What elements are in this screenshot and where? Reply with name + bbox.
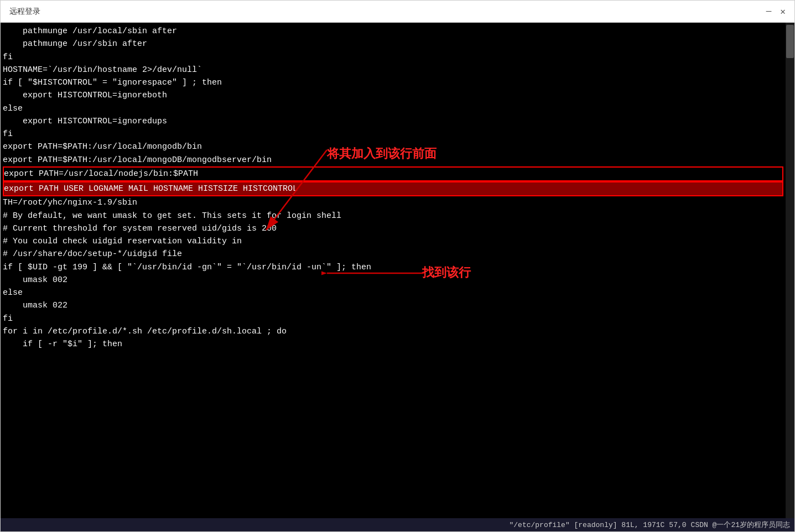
terminal-line: else <box>3 102 783 115</box>
main-window: 远程登录 — ✕ pathmunge /usr/local/sbin after… <box>0 0 795 532</box>
status-bar: "/etc/profile" [readonly] 81L, 1971C 57,… <box>1 518 794 531</box>
terminal-line: pathmunge /usr/local/sbin after <box>3 25 783 38</box>
terminal-line: umask 022 <box>3 299 783 312</box>
terminal-line: HOSTNAME=`/usr/bin/hostname 2>/dev/null` <box>3 64 783 76</box>
terminal-line: # Current threshold for system reserved … <box>3 222 783 235</box>
site-info: CSDN @一个21岁的程序员同志 <box>691 520 790 530</box>
terminal-container: pathmunge /usr/local/sbin after pathmung… <box>1 23 794 518</box>
window-controls: — ✕ <box>766 6 786 17</box>
terminal-line: umask 002 <box>3 274 783 286</box>
terminal-line: if [ "$HISTCONTROL" = "ignorespace" ] ; … <box>3 76 783 89</box>
terminal-line: export PATH=/usr/local/nodejs/bin:$PATH <box>3 166 783 181</box>
file-path: "/etc/profile" [readonly] 81L, 1971C <box>510 521 665 529</box>
minimize-button[interactable]: — <box>766 6 772 17</box>
terminal-line: export HISTCONTROL=ignoreboth <box>3 89 783 102</box>
terminal-line: # /usr/share/doc/setup-*/uidgid file <box>3 248 783 260</box>
terminal-line: if [ -r "$i" ]; then <box>3 338 783 351</box>
cursor-position: 57,0 <box>669 521 686 529</box>
terminal-line: # You could check uidgid reservation val… <box>3 235 783 248</box>
terminal-line: export HISTCONTROL=ignoredups <box>3 115 783 128</box>
terminal-line: fi <box>3 128 783 140</box>
terminal-line: else <box>3 286 783 299</box>
terminal-line: for i in /etc/profile.d/*.sh /etc/profil… <box>3 325 783 338</box>
terminal-line: TH=/root/yhc/nginx-1.9/sbin <box>3 196 783 209</box>
scrollbar[interactable] <box>786 23 794 518</box>
terminal-line: # By default, we want umask to get set. … <box>3 210 783 222</box>
close-button[interactable]: ✕ <box>780 6 786 17</box>
scrollbar-thumb[interactable] <box>786 25 794 58</box>
terminal-line: pathmunge /usr/sbin after <box>3 38 783 50</box>
terminal-content[interactable]: pathmunge /usr/local/sbin after pathmung… <box>1 23 786 518</box>
window-title: 远程登录 <box>9 7 40 17</box>
terminal-line: fi <box>3 51 783 64</box>
title-bar: 远程登录 — ✕ <box>1 1 794 23</box>
terminal-line: export PATH=$PATH:/usr/local/mongoDB/mon… <box>3 154 783 166</box>
terminal-line: export PATH=$PATH:/usr/local/mongodb/bin <box>3 140 783 153</box>
terminal-line: if [ $UID -gt 199 ] && [ "`/usr/bin/id -… <box>3 261 783 274</box>
terminal-line: fi <box>3 312 783 325</box>
terminal-line: export PATH USER LOGNAME MAIL HOSTNAME H… <box>3 181 783 196</box>
